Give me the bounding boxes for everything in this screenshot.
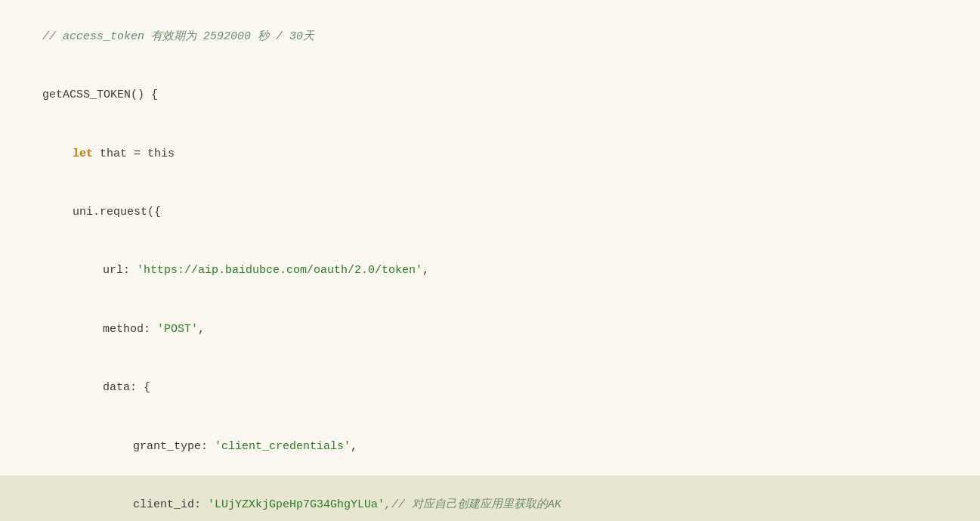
grant-type-comma: ,: [351, 440, 357, 453]
data-brace: {: [137, 381, 150, 394]
client-id-val: 'LUjYZXkjGpeHp7G34GhgYLUa': [201, 498, 385, 511]
that-assignment: that = this: [93, 147, 175, 160]
client-id-prop: client_id:: [133, 498, 201, 511]
method-val: 'POST': [150, 323, 198, 336]
url-line: url: 'https://aip.baidubce.com/oauth/2.0…: [15, 242, 980, 300]
let-line: let that = this: [15, 125, 980, 183]
method-comma: ,: [198, 323, 205, 336]
method-line: method: 'POST',: [15, 300, 980, 358]
data-line: data: {: [15, 358, 980, 417]
url-val: 'https://aip.baidubce.com/oauth/2.0/toke…: [130, 264, 422, 277]
let-keyword: let: [73, 147, 93, 160]
comment-text: // access_token 有效期为 2592000 秒 / 30天: [42, 30, 314, 43]
method-prop: method:: [103, 323, 150, 336]
code-container: // access_token 有效期为 2592000 秒 / 30天 get…: [0, 0, 980, 521]
grant-type-line: grant_type: 'client_credentials',: [15, 417, 980, 476]
grant-type-prop: grant_type:: [133, 440, 208, 453]
function-name: getACSS_TOKEN() {: [42, 88, 158, 101]
client-id-comment: ,// 对应自己创建应用里获取的AK: [385, 498, 561, 511]
url-prop: url:: [103, 264, 130, 277]
function-def-line: getACSS_TOKEN() {: [15, 66, 980, 124]
url-comma: ,: [422, 264, 429, 277]
data-prop: data:: [103, 381, 137, 394]
uni-request-line: uni.request({: [15, 183, 980, 241]
client-id-line: client_id: 'LUjYZXkjGpeHp7G34GhgYLUa',//…: [0, 476, 980, 521]
uni-request: uni.request({: [73, 206, 161, 219]
grant-type-val: 'client_credentials': [208, 440, 351, 453]
comment-line: // access_token 有效期为 2592000 秒 / 30天: [15, 8, 980, 66]
